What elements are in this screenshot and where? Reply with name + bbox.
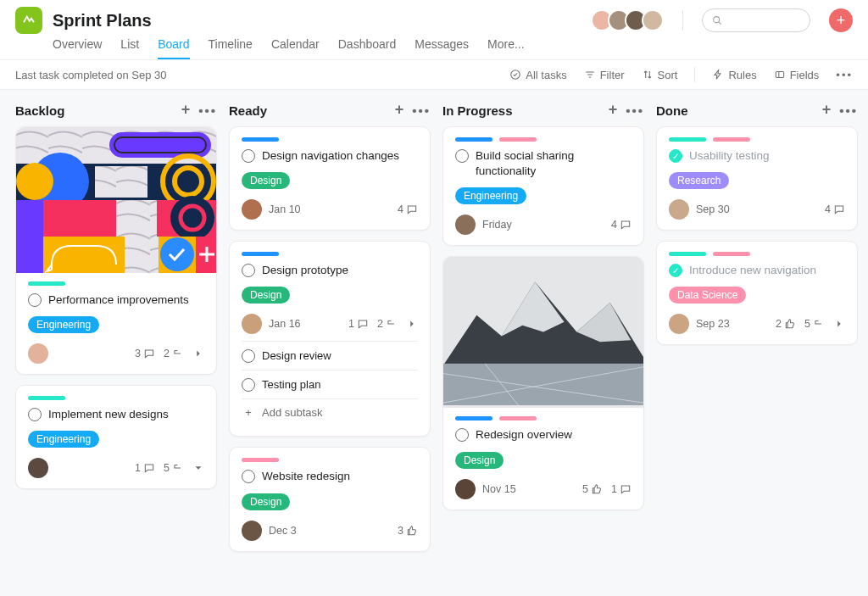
subtasks-count[interactable]: 2 [377, 318, 398, 330]
tag[interactable]: Engineering [28, 431, 99, 448]
tag[interactable]: Engineering [455, 187, 526, 204]
due-date[interactable]: Nov 15 [482, 483, 516, 495]
due-date[interactable]: Jan 10 [269, 203, 301, 215]
tab-overview[interactable]: Overview [53, 37, 102, 59]
comments-count[interactable]: 1 [348, 318, 369, 330]
assignee-avatar[interactable] [669, 199, 689, 220]
tag[interactable]: Research [669, 172, 729, 189]
assignee-avatar[interactable] [455, 214, 476, 235]
due-date[interactable]: Dec 3 [269, 525, 297, 537]
comments-count[interactable]: 1 [611, 483, 632, 495]
column-menu-button[interactable]: ••• [626, 103, 644, 118]
add-card-button[interactable]: + [609, 103, 618, 118]
task-title: Introduce new navigation [689, 263, 816, 278]
tab-board[interactable]: Board [158, 37, 189, 59]
tab-more-[interactable]: More... [487, 37, 525, 59]
add-button[interactable]: + [829, 8, 853, 32]
expand-icon[interactable] [192, 348, 204, 359]
tags: Design [242, 493, 418, 510]
add-card-button[interactable]: + [822, 103, 832, 118]
assignee-avatar[interactable] [28, 343, 48, 364]
complete-toggle[interactable] [242, 378, 255, 392]
assignee-avatar[interactable] [669, 314, 689, 334]
tab-list[interactable]: List [120, 37, 139, 59]
assignee-avatar[interactable] [242, 314, 262, 334]
tab-timeline[interactable]: Timeline [209, 37, 253, 59]
comments-count[interactable]: 4 [611, 219, 632, 231]
task-card[interactable]: Redesign overview DesignNov 155 1 [442, 256, 644, 510]
tags: Design [242, 287, 418, 304]
tab-messages[interactable]: Messages [415, 37, 469, 59]
member-avatars[interactable] [596, 9, 664, 31]
task-card[interactable]: Performance improvements Engineering3 2 [15, 126, 217, 375]
tag[interactable]: Data Science [669, 287, 746, 304]
complete-toggle[interactable] [242, 470, 255, 483]
likes-count[interactable]: 2 [776, 318, 796, 330]
task-card[interactable]: Design prototype DesignJan 161 2 Design … [229, 241, 431, 437]
complete-toggle[interactable] [28, 293, 42, 307]
due-date[interactable]: Sep 23 [696, 318, 730, 330]
task-card[interactable]: Implement new designs Engineering1 5 [15, 385, 217, 489]
assignee-avatar[interactable] [242, 199, 262, 220]
tab-dashboard[interactable]: Dashboard [338, 37, 397, 59]
column-menu-button[interactable]: ••• [412, 103, 431, 118]
more-button[interactable]: ••• [836, 69, 853, 81]
filter-button[interactable]: Filter [584, 69, 625, 81]
add-card-button[interactable]: + [181, 103, 191, 118]
tag[interactable]: Design [242, 493, 290, 510]
search-input[interactable] [702, 8, 810, 32]
complete-toggle[interactable] [242, 349, 255, 363]
comments-count[interactable]: 4 [825, 203, 845, 215]
assignee-avatar[interactable] [28, 458, 48, 478]
project-icon[interactable] [15, 7, 42, 34]
expand-icon[interactable] [406, 318, 418, 330]
task-card[interactable]: ✓ Usability testing ResearchSep 304 [656, 126, 858, 231]
add-subtask-button[interactable]: +Add subtask [242, 399, 418, 426]
complete-toggle[interactable] [455, 428, 469, 442]
comments-count[interactable]: 3 [135, 348, 155, 359]
svg-point-15 [170, 196, 214, 240]
tag[interactable]: Design [455, 452, 504, 469]
likes-count[interactable]: 5 [582, 483, 603, 495]
subtasks-count[interactable]: 5 [804, 318, 825, 330]
complete-toggle[interactable] [28, 408, 42, 421]
due-date[interactable]: Sep 30 [696, 203, 730, 215]
task-card[interactable]: ✓ Introduce new navigation Data ScienceS… [656, 241, 858, 345]
due-date[interactable]: Jan 16 [269, 318, 301, 330]
expand-icon[interactable] [833, 318, 845, 330]
fields-label: Fields [790, 69, 820, 81]
subtask-item[interactable]: Design review [242, 342, 418, 370]
complete-toggle[interactable]: ✓ [669, 264, 682, 277]
complete-toggle[interactable] [455, 149, 469, 163]
assignee-avatar[interactable] [455, 479, 476, 499]
tab-calendar[interactable]: Calendar [271, 37, 320, 59]
add-card-button[interactable]: + [395, 103, 404, 118]
complete-toggle[interactable] [242, 149, 255, 163]
column-menu-button[interactable]: ••• [198, 103, 217, 118]
task-title: Build social sharing functionality [476, 148, 632, 179]
column-menu-button[interactable]: ••• [839, 103, 858, 118]
subtasks-count[interactable]: 2 [164, 348, 184, 359]
tag[interactable]: Design [242, 172, 290, 189]
subtask-item[interactable]: Testing plan [242, 370, 418, 399]
tag[interactable]: Design [242, 287, 290, 304]
assignee-avatar[interactable] [242, 521, 262, 541]
subtasks-count[interactable]: 5 [164, 462, 184, 474]
expand-icon[interactable] [192, 462, 204, 474]
task-card[interactable]: Build social sharing functionality Engin… [442, 126, 644, 246]
rules-button[interactable]: Rules [712, 69, 756, 81]
comments-count[interactable]: 1 [135, 462, 155, 474]
task-card[interactable]: Design navigation changes DesignJan 104 [229, 126, 431, 231]
tag[interactable]: Engineering [28, 316, 99, 333]
task-card[interactable]: Website redesign DesignDec 33 [229, 447, 431, 551]
toolbar: Last task completed on Sep 30 All tasks … [0, 59, 868, 90]
comments-count[interactable]: 4 [398, 203, 418, 215]
due-date[interactable]: Friday [482, 219, 512, 231]
svg-point-21 [160, 237, 194, 271]
complete-toggle[interactable] [242, 264, 255, 277]
all-tasks-button[interactable]: All tasks [509, 69, 566, 81]
fields-button[interactable]: Fields [774, 69, 820, 81]
sort-button[interactable]: Sort [642, 69, 678, 81]
complete-toggle[interactable]: ✓ [669, 149, 682, 163]
likes-count[interactable]: 3 [398, 525, 418, 537]
